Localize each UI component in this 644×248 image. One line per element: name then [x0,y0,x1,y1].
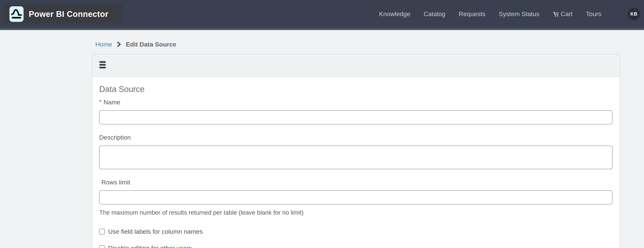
rows-limit-help-text: The maximum number of results returned p… [99,209,612,216]
breadcrumb-current-page: Edit Data Source [126,41,176,48]
description-textarea[interactable] [99,146,612,169]
edit-data-source-card: Data Source * Name Description Rows limi… [92,54,620,248]
nav-item-catalog[interactable]: Catalog [424,10,446,18]
navbar-bottom-strip [0,28,644,30]
nav-item-requests[interactable]: Requests [459,10,486,18]
rows-limit-input[interactable] [99,190,612,204]
breadcrumb: Home Edit Data Source [95,40,644,48]
disable-editing-label: Disable editing for other users [108,244,192,248]
top-navbar: Power BI Connector Knowledge Catalog Req… [0,0,644,28]
rows-limit-label-text: Rows limit [102,179,130,186]
name-field-label: * Name [99,98,612,106]
brand-home-link[interactable]: Power BI Connector [4,5,122,23]
description-field-label: Description [99,134,612,141]
card-body: Data Source * Name Description Rows limi… [92,77,620,248]
cart-icon [553,11,560,18]
nav-item-system-status[interactable]: System Status [498,10,539,18]
description-label-text: Description [99,134,131,141]
use-field-labels-label: Use field labels for column names [108,228,203,235]
chevron-right-icon [117,41,122,47]
app-title: Power BI Connector [29,10,108,19]
user-avatar[interactable]: KB [628,8,640,20]
rows-limit-field-label: Rows limit [102,179,612,186]
breadcrumb-home-link[interactable]: Home [95,41,112,48]
required-asterisk: * [99,98,102,106]
disable-editing-checkbox[interactable] [99,245,105,248]
hamburger-menu-icon[interactable] [100,61,106,68]
powerbi-connector-logo-icon [10,6,24,22]
form-title: Data Source [99,85,612,94]
disable-editing-checkbox-row[interactable]: Disable editing for other users [99,244,612,248]
chart-curve-icon [11,8,22,20]
name-input[interactable] [99,110,612,124]
nav-item-knowledge[interactable]: Knowledge [379,10,410,18]
use-field-labels-checkbox[interactable] [99,229,105,234]
use-field-labels-checkbox-row[interactable]: Use field labels for column names [99,228,612,235]
card-header [92,54,620,77]
name-label-text: Name [104,98,120,106]
nav-item-cart[interactable]: Cart [553,10,572,18]
nav-item-cart-label: Cart [561,10,572,18]
nav-item-tours[interactable]: Tours [586,10,601,18]
navbar-links: Knowledge Catalog Requests System Status… [379,8,640,20]
